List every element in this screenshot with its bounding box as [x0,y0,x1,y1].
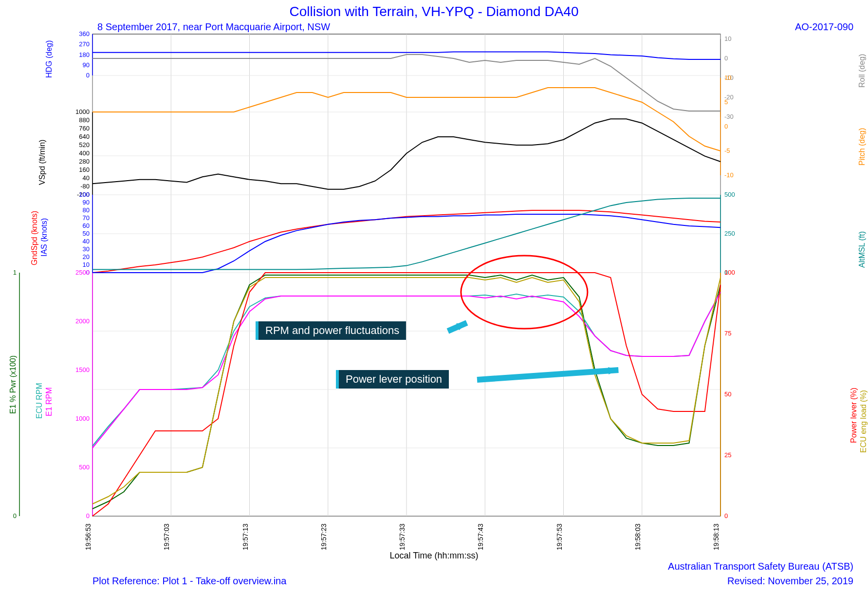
svg-text:-30: -30 [724,113,734,120]
svg-text:19:57:33: 19:57:33 [398,523,406,550]
svg-text:250: 250 [724,230,735,237]
svg-text:90: 90 [83,199,90,206]
svg-text:640: 640 [79,133,90,140]
svg-text:0: 0 [724,123,728,130]
svg-text:50: 50 [724,390,731,398]
annotation-rpm-fluct: RPM and power fluctuations [256,321,406,340]
svg-text:-10: -10 [724,171,734,179]
svg-text:19:57:53: 19:57:53 [555,523,563,550]
annotation-powerlever: Power lever position [336,370,449,389]
svg-text:-5: -5 [724,147,730,154]
svg-text:0: 0 [724,512,728,520]
svg-text:520: 520 [79,141,90,148]
svg-text:760: 760 [79,125,90,132]
plot-svg: 19:56:5319:57:0319:57:1319:57:2319:57:33… [0,0,868,594]
x-axis-label: Local Time (hh:mm:ss) [0,551,868,561]
svg-text:0: 0 [724,55,728,62]
svg-text:19:57:03: 19:57:03 [163,523,170,550]
svg-text:400: 400 [79,149,90,157]
svg-text:90: 90 [83,61,90,69]
svg-text:10: 10 [724,74,731,81]
revised-date: Revised: November 25, 2019 [727,575,853,587]
svg-text:30: 30 [83,245,90,253]
svg-text:5: 5 [724,98,728,106]
svg-text:360: 360 [79,30,90,37]
chart-root: Collision with Terrain, VH-YPQ - Diamond… [0,0,868,594]
svg-text:80: 80 [83,206,90,214]
svg-text:280: 280 [79,158,90,165]
plot-reference: Plot Reference: Plot 1 - Take-off overvi… [92,575,286,587]
svg-text:0: 0 [86,72,90,79]
svg-text:0: 0 [13,512,17,520]
svg-text:60: 60 [83,222,90,229]
svg-text:25: 25 [724,451,731,459]
svg-text:19:56:53: 19:56:53 [84,523,92,550]
svg-text:160: 160 [79,166,90,173]
svg-text:20: 20 [83,253,90,260]
svg-text:19:57:23: 19:57:23 [320,523,328,550]
svg-text:19:58:03: 19:58:03 [634,523,642,550]
svg-text:19:57:13: 19:57:13 [241,523,249,550]
svg-text:1500: 1500 [75,366,90,373]
svg-text:1000: 1000 [75,108,90,115]
atsb-credit: Australian Transport Safety Bureau (ATSB… [668,561,853,572]
svg-text:2500: 2500 [75,269,90,276]
fluctuation-ellipse [461,256,588,329]
svg-text:500: 500 [79,464,90,471]
svg-text:10: 10 [724,35,731,42]
svg-text:10: 10 [83,261,90,268]
svg-text:100: 100 [724,269,735,276]
svg-text:180: 180 [79,51,90,58]
svg-text:270: 270 [79,40,90,48]
svg-text:2000: 2000 [75,317,90,325]
svg-text:0: 0 [86,512,90,520]
svg-text:75: 75 [724,330,731,337]
svg-text:50: 50 [83,230,90,237]
svg-text:1: 1 [13,269,17,276]
svg-text:40: 40 [83,174,90,182]
svg-text:-80: -80 [80,183,90,190]
svg-text:19:58:13: 19:58:13 [712,523,720,550]
svg-text:500: 500 [724,191,735,198]
svg-text:880: 880 [79,116,90,124]
svg-text:100: 100 [79,191,90,198]
svg-text:70: 70 [83,214,90,222]
svg-text:1000: 1000 [75,415,90,422]
svg-text:19:57:43: 19:57:43 [477,523,484,550]
svg-text:40: 40 [83,238,90,245]
